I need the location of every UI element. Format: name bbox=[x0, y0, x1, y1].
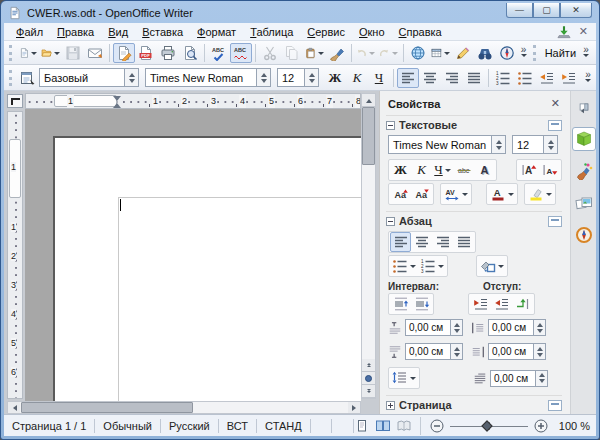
italic-button[interactable]: К bbox=[346, 68, 368, 88]
switch-indent-button[interactable] bbox=[512, 294, 533, 314]
sidebar-bold-button[interactable]: Ж bbox=[390, 160, 411, 180]
combo-spinner[interactable] bbox=[491, 136, 505, 153]
before-indent-field[interactable]: 0,00 см bbox=[488, 319, 546, 336]
zoom-level[interactable]: 100 % bbox=[554, 420, 590, 432]
tab-navigator[interactable] bbox=[572, 223, 596, 247]
maximize-button[interactable]: ▢ bbox=[533, 3, 560, 18]
increase-font-size-button[interactable] bbox=[518, 160, 539, 180]
line-spacing-button[interactable] bbox=[390, 368, 418, 388]
menu-format[interactable]: Формат bbox=[191, 25, 242, 39]
text-section-header[interactable]: Текстовые bbox=[386, 115, 562, 131]
sidebar-close-icon[interactable]: ✕ bbox=[551, 97, 560, 110]
combo-spinner[interactable] bbox=[304, 69, 318, 86]
close-document-icon[interactable]: ✕ bbox=[579, 25, 588, 38]
edit-mode-button[interactable] bbox=[113, 43, 135, 63]
sidebar-align-right-button[interactable] bbox=[432, 232, 453, 252]
bullet-list-button[interactable] bbox=[514, 68, 536, 88]
shadow-button[interactable] bbox=[474, 160, 495, 180]
tab-type-selector[interactable] bbox=[7, 94, 23, 108]
menu-edit[interactable]: Правка bbox=[51, 25, 100, 39]
field-spinner[interactable] bbox=[533, 320, 545, 335]
toolbar-grip[interactable] bbox=[9, 70, 14, 86]
paragraph-style-combo[interactable]: Базовый bbox=[39, 68, 139, 87]
more-options-button[interactable] bbox=[548, 216, 562, 227]
toolbar-grip[interactable] bbox=[9, 45, 14, 61]
print-button[interactable] bbox=[157, 43, 179, 63]
scroll-left-button[interactable] bbox=[8, 402, 20, 413]
decrease-indent-button[interactable] bbox=[536, 68, 558, 88]
page-section-header[interactable]: Страница bbox=[386, 395, 562, 411]
align-left-button[interactable] bbox=[397, 68, 419, 88]
vertical-scroll-thumb[interactable] bbox=[362, 107, 375, 165]
horizontal-scrollbar[interactable] bbox=[7, 401, 361, 414]
highlight-color-button[interactable] bbox=[526, 184, 554, 204]
uppercase-button[interactable] bbox=[390, 184, 411, 204]
zoom-slider-thumb[interactable] bbox=[481, 420, 492, 431]
above-spacing-field[interactable]: 0,00 см bbox=[405, 319, 463, 336]
cut-button[interactable] bbox=[259, 43, 281, 63]
field-spinner[interactable] bbox=[533, 344, 545, 359]
undo-button[interactable] bbox=[354, 43, 377, 63]
field-spinner[interactable] bbox=[535, 371, 547, 386]
previous-page-button[interactable] bbox=[362, 359, 375, 372]
sidebar-underline-button[interactable]: Ч bbox=[432, 160, 453, 180]
find-replace-button[interactable] bbox=[474, 43, 496, 63]
selection-mode-cell[interactable]: СТАНД bbox=[257, 419, 311, 433]
character-spacing-button[interactable] bbox=[442, 184, 470, 204]
sidebar-font-size-combo[interactable]: 12 bbox=[512, 135, 558, 154]
toolbar-overflow-button[interactable]: » bbox=[518, 46, 530, 60]
menu-table[interactable]: Таблица bbox=[244, 25, 299, 39]
ruler-left-margin-zone[interactable] bbox=[54, 95, 117, 107]
decrease-paragraph-spacing-button[interactable] bbox=[411, 294, 432, 314]
tab-properties[interactable] bbox=[572, 127, 596, 151]
styles-dialog-button[interactable] bbox=[17, 68, 39, 88]
align-center-button[interactable] bbox=[419, 68, 441, 88]
navigator-button[interactable] bbox=[496, 43, 518, 63]
strikethrough-button[interactable] bbox=[453, 160, 474, 180]
single-page-view-icon[interactable] bbox=[354, 418, 370, 434]
paragraph-background-button[interactable] bbox=[478, 256, 506, 276]
email-button[interactable] bbox=[84, 43, 106, 63]
spellcheck-button[interactable] bbox=[208, 43, 230, 63]
tab-styles[interactable] bbox=[572, 159, 596, 183]
menu-tools[interactable]: Сервис bbox=[301, 25, 351, 39]
next-page-button[interactable] bbox=[362, 385, 375, 398]
toolbar-overflow-button[interactable]: » bbox=[582, 71, 594, 85]
multi-page-view-icon[interactable] bbox=[375, 418, 391, 434]
book-view-icon[interactable] bbox=[396, 418, 412, 434]
horizontal-scroll-thumb[interactable] bbox=[21, 402, 193, 413]
menu-help[interactable]: Справка bbox=[393, 25, 448, 39]
find-overflow-button[interactable]: » bbox=[580, 46, 592, 60]
bold-button[interactable]: Ж bbox=[324, 68, 346, 88]
save-button[interactable] bbox=[62, 43, 84, 63]
align-justify-button[interactable] bbox=[463, 68, 485, 88]
menu-insert[interactable]: Вставка bbox=[136, 25, 189, 39]
collapse-icon[interactable] bbox=[386, 121, 395, 130]
sidebar-align-center-button[interactable] bbox=[411, 232, 432, 252]
sidebar-numbered-list-button[interactable] bbox=[418, 256, 446, 276]
sidebar-align-left-button[interactable] bbox=[390, 232, 411, 252]
combo-spinner[interactable] bbox=[256, 69, 270, 86]
find-label[interactable]: Найти bbox=[545, 47, 576, 59]
underline-button[interactable]: Ч bbox=[368, 68, 390, 88]
field-spinner[interactable] bbox=[450, 344, 462, 359]
sidebar-align-justify-button[interactable] bbox=[453, 232, 474, 252]
page-number-cell[interactable]: Страница 1 / 1 bbox=[4, 419, 95, 433]
increase-paragraph-spacing-button[interactable] bbox=[390, 294, 411, 314]
insert-table-button[interactable] bbox=[429, 43, 452, 63]
paragraph-section-header[interactable]: Абзац bbox=[386, 211, 562, 227]
font-name-combo[interactable]: Times New Roman bbox=[145, 68, 271, 87]
decrease-font-size-button[interactable] bbox=[539, 160, 560, 180]
page-preview-button[interactable] bbox=[179, 43, 201, 63]
sidebar-font-name-combo[interactable]: Times New Roman bbox=[388, 135, 506, 154]
align-right-button[interactable] bbox=[441, 68, 463, 88]
tab-gallery[interactable] bbox=[572, 191, 596, 215]
minimize-button[interactable]: — bbox=[506, 3, 533, 18]
more-options-button[interactable] bbox=[548, 120, 562, 131]
autospellcheck-button[interactable] bbox=[230, 43, 252, 63]
first-line-indent-field[interactable]: 0,00 см bbox=[490, 370, 548, 387]
combo-spinner[interactable] bbox=[543, 136, 557, 153]
draw-functions-button[interactable] bbox=[452, 43, 474, 63]
lowercase-button[interactable] bbox=[411, 184, 432, 204]
sidebar-increase-indent-button[interactable] bbox=[470, 294, 491, 314]
